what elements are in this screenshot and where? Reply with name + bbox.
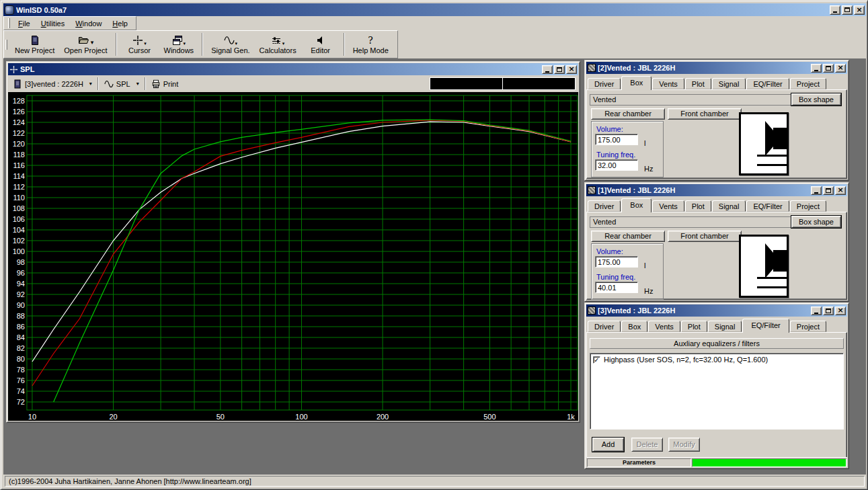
vented-box-drawing — [741, 237, 787, 296]
tab-vents[interactable]: Vents — [648, 321, 680, 332]
open-project-label: Open Project — [64, 46, 107, 54]
minimize-button[interactable] — [811, 186, 822, 195]
tab-vents[interactable]: Vents — [652, 78, 684, 89]
close-button[interactable]: × — [835, 307, 846, 315]
tab-box[interactable]: Box — [621, 321, 647, 332]
minimize-button[interactable] — [811, 64, 822, 73]
window-titlebar[interactable]: [2]Vented : JBL 2226H × — [586, 62, 847, 74]
x-tick-label: 200 — [377, 413, 389, 421]
menu-utilities[interactable]: Utilities — [36, 17, 70, 30]
box-type-field[interactable]: Vented — [590, 94, 799, 106]
tab-signal[interactable]: Signal — [708, 321, 742, 332]
box-type-field[interactable]: Vented — [590, 216, 799, 228]
minimize-button[interactable] — [542, 65, 553, 74]
app-titlebar[interactable]: WinISD 0.50a7 × — [3, 3, 866, 16]
tab-plot[interactable]: Plot — [685, 78, 711, 89]
new-project-button[interactable]: New Project — [10, 32, 59, 57]
maximize-icon — [826, 66, 831, 71]
maximize-button[interactable] — [823, 64, 834, 73]
maximize-button[interactable] — [823, 307, 834, 315]
windows-button[interactable]: ▾Windows — [159, 32, 199, 57]
delete-filter-button[interactable]: Delete — [631, 438, 663, 452]
cursor-label: Cursor — [128, 46, 151, 54]
tab-box[interactable]: Box — [621, 198, 652, 212]
front-chamber-button[interactable]: Front chamber — [668, 231, 742, 242]
tab-row: DriverBoxVentsPlotSignalEQ/FilterProject — [586, 318, 847, 332]
y-tick-label: 76 — [17, 376, 25, 384]
minimize-icon — [545, 71, 549, 73]
menu-help[interactable]: Help — [107, 17, 133, 30]
tab-plot[interactable]: Plot — [681, 321, 707, 332]
filter-list[interactable]: ✓Highpass (User SOS, n=2, fc=32.00 Hz, Q… — [590, 353, 844, 430]
project-selector-label: [3]vented : 2226H — [25, 80, 83, 88]
signal-gen-button[interactable]: ▾Signal Gen. — [206, 32, 254, 57]
filter-item[interactable]: ✓Highpass (User SOS, n=2, fc=32.00 Hz, Q… — [592, 355, 842, 364]
maximize-button[interactable] — [823, 186, 834, 195]
minimize-button[interactable] — [811, 307, 822, 315]
tuning-freq-input[interactable] — [595, 282, 638, 293]
tab-driver[interactable]: Driver — [588, 78, 621, 89]
tab-signal[interactable]: Signal — [712, 78, 746, 89]
tab-vents[interactable]: Vents — [652, 200, 684, 212]
cursor-button[interactable]: ▾Cursor — [120, 32, 159, 57]
spl-titlebar[interactable]: SPL × — [8, 63, 578, 75]
menu-window[interactable]: Window — [70, 17, 107, 30]
calculators-button[interactable]: ▾Calculators — [255, 32, 301, 57]
chevron-down-icon: ▾ — [86, 81, 92, 87]
tab-driver[interactable]: Driver — [588, 200, 621, 212]
tab-eq-filter[interactable]: EQ/Filter — [742, 319, 789, 333]
minimize-button[interactable] — [830, 5, 840, 15]
front-chamber-button[interactable]: Front chamber — [668, 108, 742, 120]
y-tick-label: 96 — [17, 269, 25, 277]
y-tick-label: 98 — [17, 258, 25, 266]
tab-project[interactable]: Project — [790, 78, 826, 89]
menu-file[interactable]: File — [13, 17, 36, 30]
window-titlebar[interactable]: [1]Vented : JBL 2226H × — [586, 184, 847, 196]
close-button[interactable]: × — [566, 65, 577, 74]
rear-chamber-group: Volume: l Tuning freq. Hz — [591, 243, 664, 300]
plot-type-selector[interactable]: SPL ▾ — [102, 78, 141, 90]
tuning-freq-input[interactable] — [595, 159, 638, 171]
toolbar-separator — [202, 33, 203, 56]
help-mode-button[interactable]: ?Help Mode — [348, 32, 393, 57]
tab-project[interactable]: Project — [790, 321, 826, 332]
project-selector[interactable]: [3]vented : 2226H ▾ — [11, 78, 94, 90]
close-button[interactable]: × — [835, 186, 846, 195]
checkbox-icon[interactable]: ✓ — [593, 356, 600, 364]
editor-button[interactable]: Editor — [301, 32, 340, 57]
app-icon — [5, 5, 14, 15]
modify-filter-button[interactable]: Modify — [668, 438, 700, 452]
tab-driver[interactable]: Driver — [588, 321, 621, 332]
tab-eq-filter[interactable]: EQ/Filter — [746, 78, 789, 89]
volume-input[interactable] — [595, 256, 638, 268]
box-tab-panel: Vented Box shape Rear chamber Front cham… — [586, 89, 847, 179]
box-shape-button[interactable]: Box shape — [791, 93, 841, 106]
box-shape-button[interactable]: Box shape — [791, 216, 841, 228]
close-icon: × — [568, 66, 574, 73]
driver-window-3: [3]Vented : JBL 2226H × DriverBoxVentsPl… — [584, 302, 849, 469]
volume-input[interactable] — [595, 134, 638, 145]
spl-plot[interactable]: 7274767880828486889092949698100102104106… — [8, 92, 578, 421]
print-button[interactable]: Print — [149, 78, 181, 90]
maximize-button[interactable] — [842, 5, 853, 15]
add-filter-button[interactable]: Add — [592, 438, 624, 452]
document-icon — [30, 34, 40, 46]
plot-frame — [27, 95, 578, 410]
tab-signal[interactable]: Signal — [712, 200, 746, 212]
rear-chamber-button[interactable]: Rear chamber — [591, 108, 665, 120]
window-titlebar[interactable]: [3]Vented : JBL 2226H × — [586, 304, 847, 317]
tab-plot[interactable]: Plot — [685, 200, 711, 212]
tab-project[interactable]: Project — [790, 200, 826, 212]
close-button[interactable]: × — [835, 64, 846, 73]
chevron-down-icon: ▾ — [282, 41, 285, 46]
eq-filter-tab-panel: Auxliary equalizers / filters ✓Highpass … — [586, 332, 847, 467]
x-tick-label: 500 — [483, 413, 496, 421]
question-mark-icon: ? — [365, 34, 376, 46]
open-project-button[interactable]: ▾Open Project — [59, 32, 112, 57]
tab-box[interactable]: Box — [621, 76, 652, 90]
toolbar-strip: New Project▾Open Project▾Cursor▾Windows▾… — [3, 30, 866, 58]
tab-eq-filter[interactable]: EQ/Filter — [746, 200, 789, 212]
maximize-button[interactable] — [554, 65, 565, 74]
close-button[interactable]: × — [854, 5, 865, 15]
rear-chamber-button[interactable]: Rear chamber — [591, 231, 665, 242]
